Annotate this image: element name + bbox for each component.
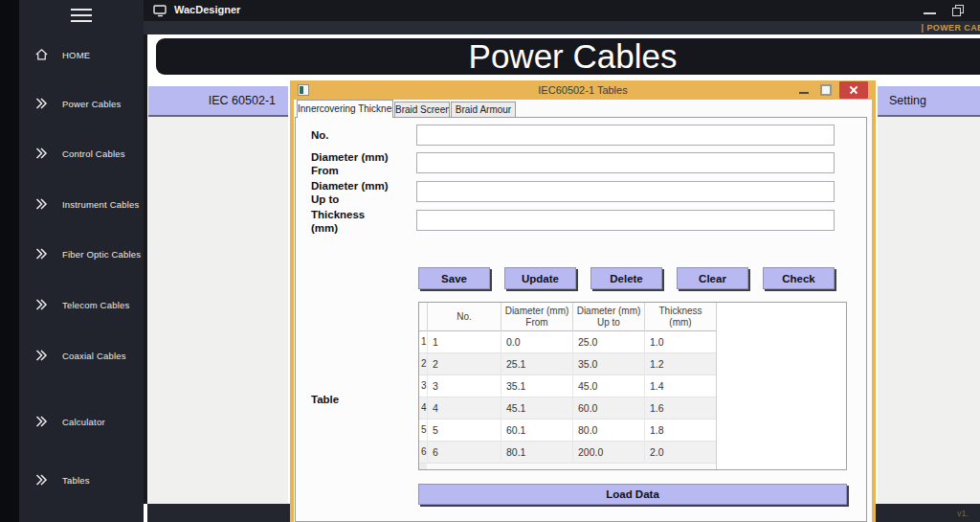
sidebar-item-home[interactable]: HOME [19,43,144,66]
right-panel [878,117,980,504]
page-title-banner: Power Cables [156,38,980,75]
column-header-no: No. [427,303,501,331]
row-header: 2 [419,353,427,375]
data-table: No. Diameter (mm) From Diameter (mm) Up … [418,302,847,470]
double-chevron-icon [34,247,50,261]
cell-no: 5 [427,420,501,442]
cell-no: 1 [427,331,501,353]
column-header-diameter-upto: Diameter (mm) Up to [572,303,644,331]
double-chevron-icon [34,197,50,211]
cell-no: 4 [427,397,501,420]
cell-no: 2 [427,353,501,375]
clear-button[interactable]: Clear [677,267,748,289]
dialog-title: IEC60502-1 Tables [290,80,876,100]
cell-no: 6 [427,442,501,464]
diameter-from-label: Diameter (mm) From [311,150,389,177]
sidebar-item-label: Fiber Optic Cables [62,249,141,260]
accent-banner-text: | POWER CAB [922,23,980,33]
app-window: HOME Power Cables Control Cables Instrum… [0,0,980,522]
setting-button[interactable]: Setting [878,86,980,117]
table-empty-area [419,464,716,469]
sidebar-item-tables[interactable]: Tables [19,468,144,491]
update-button[interactable]: Update [504,267,576,289]
no-input[interactable] [416,125,835,146]
row-header: 4 [419,397,427,420]
sidebar-item-label: Instrument Cables [62,199,140,210]
home-icon [34,48,50,61]
double-chevron-icon [34,147,50,160]
check-button[interactable]: Check [763,267,835,289]
cell-diameter-from: 45.1 [501,397,572,420]
row-header: 6 [419,442,427,464]
cell-diameter-from: 25.1 [501,353,572,375]
table-row[interactable]: 3 3 35.1 45.0 1.4 [419,375,716,397]
minimize-icon[interactable] [924,12,936,14]
sidebar-item-instrument-cables[interactable]: Instrument Cables [19,193,144,216]
no-label: No. [311,128,329,142]
cell-thickness: 2.0 [644,442,716,464]
iec-tables-dialog: IEC60502-1 Tables Innercovering Thicknes… [290,80,876,522]
row-header: 5 [419,420,427,442]
sidebar-item-control-cables[interactable]: Control Cables [19,142,144,165]
cell-diameter-from: 60.1 [501,420,572,442]
delete-button[interactable]: Delete [590,267,662,289]
sidebar-item-label: Power Cables [62,99,122,109]
sidebar-item-label: Control Cables [62,148,125,159]
sidebar-item-power-cables[interactable]: Power Cables [19,92,144,115]
table-row[interactable]: 2 2 25.1 35.0 1.2 [419,353,716,375]
thickness-input[interactable] [416,210,835,231]
table-row[interactable]: 6 6 80.1 200.0 2.0 [419,442,716,464]
cell-thickness: 1.6 [644,397,716,420]
dialog-title-bar[interactable]: IEC60502-1 Tables [290,80,876,100]
tab-innercovering-thickness[interactable]: Innercovering Thickness [297,100,393,118]
app-title: WacDesigner [174,4,240,15]
row-header: 3 [419,375,427,397]
diameter-upto-label: Diameter (mm) Up to [311,179,389,206]
diameter-from-input[interactable] [416,152,835,173]
cell-thickness: 1.0 [644,331,716,353]
diameter-upto-input[interactable] [416,181,835,202]
sidebar: HOME Power Cables Control Cables Instrum… [19,0,144,522]
sidebar-item-label: Calculator [62,417,105,427]
title-bar: WacDesigner [144,0,980,21]
column-header-diameter-from: Diameter (mm) From [501,303,572,331]
tab-braid-armour[interactable]: Braid Armour [451,102,516,118]
table-row[interactable]: 1 1 0.0 25.0 1.0 [419,331,716,353]
table-filler-divider [716,303,717,469]
sidebar-item-telecom-cables[interactable]: Telecom Cables [19,293,144,316]
tab-braid-screen[interactable]: Braid Screen [394,102,450,118]
double-chevron-icon [34,473,50,487]
table-row[interactable]: 4 4 45.1 60.0 1.6 [419,397,716,420]
cell-diameter-upto: 80.0 [572,420,644,442]
cell-thickness: 1.2 [644,353,716,375]
left-panel [148,117,288,504]
sidebar-item-label: HOME [62,50,90,60]
cell-thickness: 1.4 [644,375,716,397]
dialog-minimize-icon[interactable] [799,92,809,94]
save-button[interactable]: Save [418,267,490,289]
version-text: v1. [957,509,969,518]
iec-60502-1-button[interactable]: IEC 60502-1 [148,86,288,117]
app-icon [153,4,167,21]
sidebar-item-label: Coaxial Cables [62,351,126,361]
cell-diameter-upto: 200.0 [572,442,644,464]
double-chevron-icon [34,298,50,311]
cell-diameter-upto: 60.0 [572,397,644,420]
table-header-row: No. Diameter (mm) From Diameter (mm) Up … [419,303,716,331]
sidebar-item-label: Tables [62,475,90,486]
dialog-body: Innercovering Thickness Braid Screen Bra… [294,100,872,522]
sidebar-item-label: Telecom Cables [62,300,129,310]
dialog-maximize-icon[interactable] [820,84,832,96]
restore-icon[interactable] [952,5,965,17]
sidebar-item-calculator[interactable]: Calculator [19,410,144,433]
table-row[interactable]: 5 5 60.1 80.0 1.8 [419,420,716,442]
cell-diameter-from: 0.0 [501,331,572,353]
load-data-button[interactable]: Load Data [418,484,847,505]
menu-icon[interactable] [71,9,92,23]
sidebar-item-fiber-optic-cables[interactable]: Fiber Optic Cables [19,242,144,265]
cell-no: 3 [427,375,501,397]
dialog-close-button[interactable] [839,81,868,99]
page-title: Power Cables [469,37,678,76]
thickness-label: Thickness (mm) [311,208,365,235]
sidebar-item-coaxial-cables[interactable]: Coaxial Cables [19,344,144,367]
